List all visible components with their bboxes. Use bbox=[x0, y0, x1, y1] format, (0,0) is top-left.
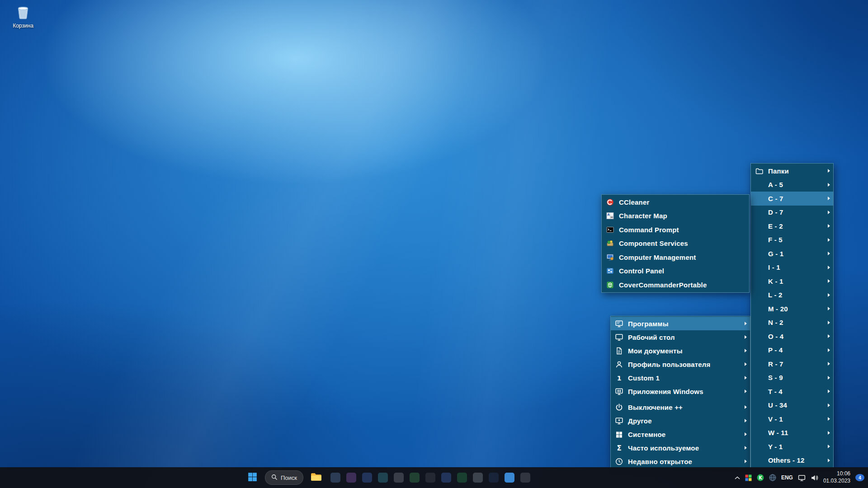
search-box[interactable]: Поиск bbox=[265, 470, 303, 485]
icon-spacer bbox=[755, 387, 764, 395]
language-indicator[interactable]: ENG bbox=[781, 474, 793, 481]
submenu-arrow-icon bbox=[828, 389, 830, 393]
start-button[interactable] bbox=[244, 469, 260, 486]
pinned-app-7[interactable] bbox=[425, 473, 435, 483]
pinned-app-8[interactable] bbox=[441, 473, 451, 483]
cover-commander-icon bbox=[605, 281, 614, 289]
menu-item-computer-management[interactable]: Computer Management bbox=[602, 250, 749, 264]
menu-item-label: Computer Management bbox=[619, 253, 746, 261]
menu-item-label: V - 1 bbox=[768, 415, 824, 423]
menu-item-frequently-used[interactable]: ΣЧасто используемое bbox=[611, 441, 750, 455]
menu-item-label: W - 11 bbox=[768, 429, 824, 436]
pinned-app-1[interactable] bbox=[330, 473, 340, 483]
menu-item-letter-e[interactable]: E - 2 bbox=[751, 219, 833, 233]
menu-item-letter-v[interactable]: V - 1 bbox=[751, 412, 833, 426]
globe-tray-icon[interactable] bbox=[769, 471, 776, 484]
svg-text:Ж: Ж bbox=[610, 216, 613, 219]
menu-item-letter-w[interactable]: W - 11 bbox=[751, 426, 833, 440]
pinned-app-3[interactable] bbox=[362, 473, 372, 483]
file-explorer-button[interactable] bbox=[308, 469, 324, 486]
menu-item-my-documents[interactable]: Мои документы bbox=[611, 344, 750, 357]
menu-item-shutdown-plus[interactable]: Выключение ++ bbox=[611, 400, 750, 414]
pinned-app-4[interactable] bbox=[378, 473, 388, 483]
date-text: 01.03.2023 bbox=[823, 478, 850, 485]
menu-item-control-panel[interactable]: Control Panel bbox=[602, 264, 749, 278]
submenu-arrow-icon bbox=[828, 321, 830, 324]
menu-item-letter-t[interactable]: T - 4 bbox=[751, 385, 833, 399]
tray-overflow-button[interactable] bbox=[735, 471, 740, 484]
menu-item-label: CoverCommanderPortable bbox=[619, 281, 746, 289]
pinned-app-5[interactable] bbox=[394, 473, 404, 483]
submenu-arrow-icon bbox=[828, 197, 830, 200]
menu-item-letter-l[interactable]: L - 2 bbox=[751, 288, 833, 302]
pinned-app-9[interactable] bbox=[457, 473, 467, 483]
menu-item-label: Папки bbox=[768, 167, 824, 175]
programs-monitor-icon bbox=[614, 319, 623, 328]
submenu-arrow-icon bbox=[745, 432, 747, 436]
clock[interactable]: 10:06 01.03.2023 bbox=[823, 470, 850, 484]
antivirus-tray-icon[interactable]: K bbox=[757, 471, 764, 484]
menu-item-desktop[interactable]: Рабочий стол bbox=[611, 330, 750, 344]
menu-item-other[interactable]: Другое bbox=[611, 414, 750, 427]
menu-item-command-prompt[interactable]: Command Prompt bbox=[602, 223, 749, 237]
icon-spacer bbox=[755, 236, 764, 244]
color-grid-tray-icon[interactable] bbox=[745, 471, 752, 484]
menu-item-letter-m[interactable]: M - 20 bbox=[751, 302, 833, 316]
menu-item-letter-p[interactable]: P - 4 bbox=[751, 343, 833, 357]
submenu-arrow-icon bbox=[828, 417, 830, 421]
menu-item-custom-1[interactable]: 1Custom 1 bbox=[611, 371, 750, 385]
submenu-arrow-icon bbox=[828, 376, 830, 380]
menu-item-character-map[interactable]: AЖCharacter Map bbox=[602, 209, 749, 223]
recycle-bin-label: Корзина bbox=[13, 23, 33, 29]
menu-item-letter-y[interactable]: Y - 1 bbox=[751, 440, 833, 454]
submenu-arrow-icon bbox=[828, 238, 830, 242]
submenu-arrow-icon bbox=[828, 362, 830, 366]
volume-icon[interactable] bbox=[811, 471, 818, 484]
recycle-bin[interactable]: Корзина bbox=[5, 4, 41, 29]
pinned-app-13[interactable] bbox=[520, 473, 530, 483]
menu-item-letter-f[interactable]: F - 5 bbox=[751, 233, 833, 247]
menu-item-programs[interactable]: Программы bbox=[611, 317, 750, 330]
pinned-app-6[interactable] bbox=[410, 473, 420, 483]
menu-item-folders-header[interactable]: Папки bbox=[751, 164, 833, 178]
menu-item-letter-a[interactable]: A - 5 bbox=[751, 178, 833, 192]
menu-item-letter-s[interactable]: S - 9 bbox=[751, 371, 833, 385]
menu-item-letter-n[interactable]: N - 2 bbox=[751, 316, 833, 330]
menu-item-component-services[interactable]: Component Services bbox=[602, 237, 749, 251]
menu-item-label: L - 2 bbox=[768, 291, 824, 299]
submenu-arrow-icon bbox=[745, 362, 747, 366]
menu-item-ccleaner[interactable]: CCleaner bbox=[602, 195, 749, 209]
one-icon: 1 bbox=[614, 374, 623, 382]
menu-item-letter-o[interactable]: O - 4 bbox=[751, 329, 833, 343]
svg-text:1: 1 bbox=[617, 374, 621, 381]
menu-item-cover-commander-portable[interactable]: CoverCommanderPortable bbox=[602, 278, 749, 292]
icon-spacer bbox=[755, 291, 764, 299]
svg-text:A: A bbox=[607, 213, 609, 216]
submenu-arrow-icon bbox=[745, 446, 747, 450]
menu-item-letter-i[interactable]: I - 1 bbox=[751, 261, 833, 275]
menu-item-label: P - 4 bbox=[768, 346, 824, 354]
menu-item-others[interactable]: Others - 12 bbox=[751, 454, 833, 468]
menu-item-letter-k[interactable]: K - 1 bbox=[751, 274, 833, 288]
pinned-app-10[interactable] bbox=[473, 473, 483, 483]
pinned-app-12[interactable] bbox=[505, 473, 514, 483]
menu-item-letter-d[interactable]: D - 7 bbox=[751, 206, 833, 220]
notification-badge[interactable]: 4 bbox=[855, 474, 864, 481]
menu-item-windows-apps[interactable]: Приложения Windows bbox=[611, 385, 750, 398]
menu-item-system[interactable]: Системное bbox=[611, 427, 750, 441]
menu-item-recently-opened[interactable]: Недавно открытое bbox=[611, 455, 750, 468]
menu-item-letter-u[interactable]: U - 34 bbox=[751, 399, 833, 413]
network-icon[interactable] bbox=[798, 471, 806, 484]
menu-item-letter-g[interactable]: G - 1 bbox=[751, 247, 833, 261]
menu-item-user-profile[interactable]: Профиль пользователя bbox=[611, 357, 750, 371]
menu-item-letter-r[interactable]: R - 7 bbox=[751, 357, 833, 371]
submenu-arrow-icon bbox=[745, 405, 747, 409]
svg-text:Σ: Σ bbox=[617, 444, 621, 452]
menu-item-label: U - 34 bbox=[768, 401, 824, 409]
menu-item-label: Custom 1 bbox=[628, 374, 741, 382]
pinned-app-2[interactable] bbox=[346, 473, 356, 483]
pinned-app-11[interactable] bbox=[489, 473, 499, 483]
power-icon bbox=[614, 403, 623, 411]
menu-item-letter-c[interactable]: C - 7 bbox=[751, 192, 833, 206]
submenu-arrow-icon bbox=[828, 224, 830, 228]
